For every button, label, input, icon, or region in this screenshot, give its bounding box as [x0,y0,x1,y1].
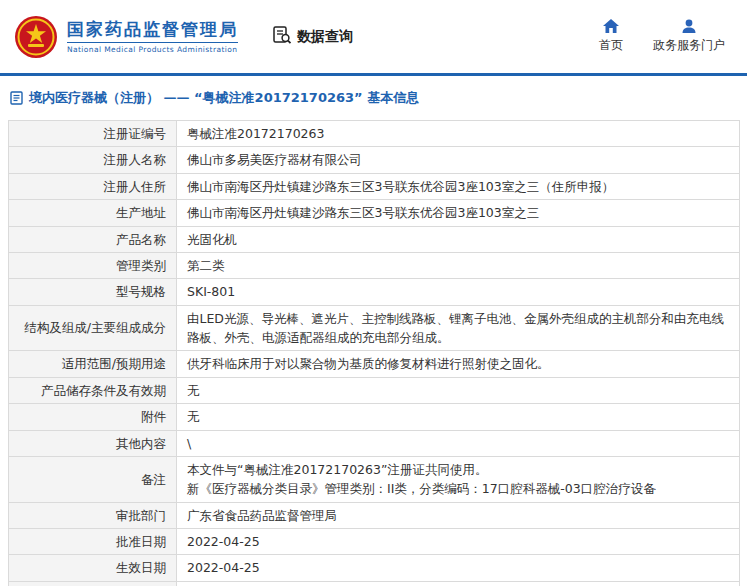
data-query-button[interactable]: 数据查询 [272,25,353,48]
table-row: 管理类别 第二类 [9,252,740,278]
site-header: 国家药品监督管理局 National Medical Products Admi… [0,0,747,73]
user-icon [681,19,697,34]
field-value: SKI-801 [177,279,740,305]
field-value: 佛山市南海区丹灶镇建沙路东三区3号联东优谷园3座103室之三（住所申报） [177,173,740,199]
home-icon [603,19,619,34]
field-value: 光固化机 [177,226,740,252]
field-label: 其他内容 [9,430,177,456]
field-label: 产品储存条件及有效期 [9,377,177,403]
field-value: 2022-04-25 [177,555,740,581]
brand-text: 国家药品监督管理局 National Medical Products Admi… [67,19,238,54]
header-nav: 首页 政务服务门户 [599,19,725,54]
field-value: 无 [177,404,740,430]
field-value: 由LED光源、导光棒、遮光片、主控制线路板、锂离子电池、金属外壳组成的主机部分和… [177,305,740,351]
registration-info-table: 注册证编号 粤械注准20172170263 注册人名称 佛山市多易美医疗器材有限… [8,120,740,586]
brand: 国家药品监督管理局 National Medical Products Admi… [14,15,238,59]
table-row: 型号规格 SKI-801 [9,279,740,305]
table-row: 注册人名称 佛山市多易美医疗器材有限公司 [9,147,740,173]
table-row: 产品名称 光固化机 [9,226,740,252]
page-title-text: 境内医疗器械（注册） —— “粤械注准20172170263” 基本信息 [29,89,419,107]
table-row: 其他内容 \ [9,430,740,456]
field-label: 生产地址 [9,200,177,226]
field-label: 注册人名称 [9,147,177,173]
document-icon [10,91,23,105]
national-emblem-icon [14,15,58,59]
table-row: 注册证编号 粤械注准20172170263 [9,121,740,147]
nav-home-label: 首页 [599,37,623,54]
nav-portal[interactable]: 政务服务门户 [653,19,725,54]
table-row: 注册人住所 佛山市南海区丹灶镇建沙路东三区3号联东优谷园3座103室之三（住所申… [9,173,740,199]
field-label: 注册证编号 [9,121,177,147]
page-title: 境内医疗器械（注册） —— “粤械注准20172170263” 基本信息 [0,76,747,118]
table-row: 审批部门 广东省食品药品监督管理局 [9,502,740,528]
field-value: 粤械注准20172170263 [177,121,740,147]
field-label: 适用范围/预期用途 [9,351,177,377]
table-row: 生产地址 佛山市南海区丹灶镇建沙路东三区3号联东优谷园3座103室之三 [9,200,740,226]
field-value: 本文件与“粤械注准20172170263”注册证共同使用。 新《医疗器械分类目录… [177,456,740,502]
field-value: 佛山市南海区丹灶镇建沙路东三区3号联东优谷园3座103室之三 [177,200,740,226]
table-row: 附件 无 [9,404,740,430]
table-row: 适用范围/预期用途 供牙科临床用于对以聚合物为基质的修复材料进行照射使之固化。 [9,351,740,377]
data-query-label: 数据查询 [297,28,353,46]
field-value: \ [177,430,740,456]
field-label: 有效期至 [9,581,177,586]
field-value: 2027-04-24 [177,581,740,586]
field-label: 管理类别 [9,252,177,278]
field-label: 批准日期 [9,529,177,555]
data-query-icon [272,25,292,48]
table-row: 产品储存条件及有效期 无 [9,377,740,403]
table-row: 生效日期 2022-04-25 [9,555,740,581]
nav-portal-label: 政务服务门户 [653,37,725,54]
field-label: 附件 [9,404,177,430]
org-name: 国家药品监督管理局 [67,19,238,39]
field-label: 产品名称 [9,226,177,252]
field-value: 佛山市多易美医疗器材有限公司 [177,147,740,173]
field-value: 2022-04-25 [177,529,740,555]
field-label: 注册人住所 [9,173,177,199]
table-row: 备注 本文件与“粤械注准20172170263”注册证共同使用。 新《医疗器械分… [9,456,740,502]
field-label: 审批部门 [9,502,177,528]
table-row: 批准日期 2022-04-25 [9,529,740,555]
field-label: 备注 [9,456,177,502]
nav-home[interactable]: 首页 [599,19,623,54]
field-value: 无 [177,377,740,403]
field-label: 结构及组成/主要组成成分 [9,305,177,351]
table-row: 结构及组成/主要组成成分 由LED光源、导光棒、遮光片、主控制线路板、锂离子电池… [9,305,740,351]
field-value: 广东省食品药品监督管理局 [177,502,740,528]
field-value: 第二类 [177,252,740,278]
field-label: 型号规格 [9,279,177,305]
org-name-en: National Medical Products Administration [67,42,238,54]
table-row: 有效期至 2027-04-24 [9,581,740,586]
field-label: 生效日期 [9,555,177,581]
field-value: 供牙科临床用于对以聚合物为基质的修复材料进行照射使之固化。 [177,351,740,377]
